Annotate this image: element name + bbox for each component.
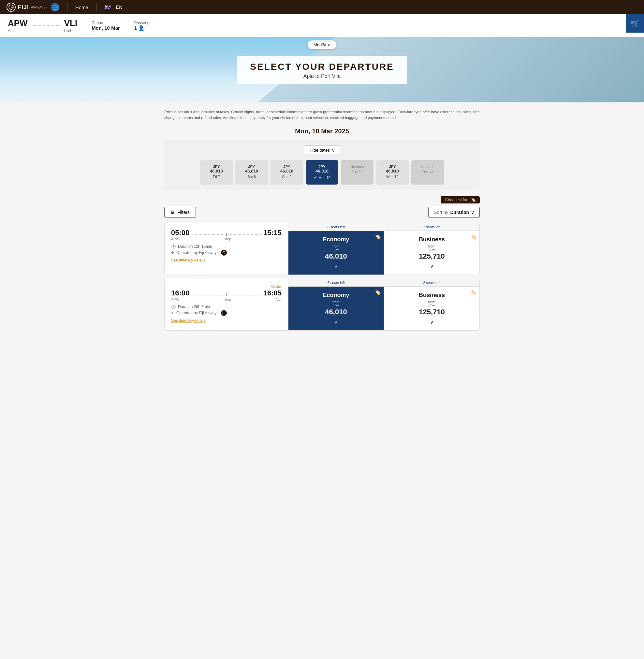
logo: FIJI AIRWAYS [6, 3, 46, 12]
flight-card-2: +1 day 16:00 1 16:05 APW stop VLI 🕐 Dura… [164, 279, 480, 331]
business-fare-option[interactable]: 🏷️ Business from JPY 125,710 ∨ [384, 287, 479, 330]
fare-options: 6 seats left 2 seats left 🏷️ Economy fro… [289, 279, 479, 330]
nav-divider [67, 3, 67, 11]
stop-line-right [228, 295, 260, 295]
flight-card-1: 05:00 1 15:15 APW stop VLI 🕐 Duration 12… [164, 223, 480, 275]
date-cells: JPY 46,010 Fri 7 JPY 46,010 Sat 8 JPY 46… [169, 160, 475, 184]
economy-fare-option[interactable]: 🏷️ Economy from JPY 46,010 ∨ [289, 287, 384, 330]
filter-icon: ⚙ [170, 210, 175, 215]
fare-options: 8 seats left 2 seats left 🏷️ Economy fro… [289, 223, 479, 274]
hide-dates-button[interactable]: Hide dates ∧ [304, 146, 340, 155]
depart-time: 05:00 [171, 228, 189, 237]
route-dots [33, 25, 59, 26]
operator-row: ✈ Operated by Fiji Airways [171, 310, 282, 316]
business-from-label: from [428, 244, 435, 248]
stop-line-left [192, 295, 224, 295]
operator-badge [221, 250, 227, 256]
economy-currency: JPY [333, 304, 339, 308]
sort-chevron-icon: ∨ [471, 210, 474, 215]
currency: JPY [308, 165, 336, 169]
date-cell-thu13[interactable]: No fares Thu 13 [411, 160, 444, 184]
currency: JPY [203, 165, 230, 169]
plane-icon: ✈ [171, 311, 175, 315]
date-label: ✔ Mon 10 [308, 175, 336, 180]
date-cell-tue11[interactable]: No fares Tue 11 [341, 160, 373, 184]
duration-text: Duration 26h 5min [178, 305, 210, 309]
person-icon: 👤 [138, 25, 144, 31]
stop-wrapper: 1 [192, 233, 260, 236]
see-details-link[interactable]: See itinerary details [171, 318, 205, 323]
date-cell-wed12[interactable]: JPY 46,010 Wed 12 [376, 160, 409, 184]
economy-tag-icon: 🏷️ [374, 289, 381, 295]
destination: VLI Port ... [64, 18, 77, 33]
amount: 46,010 [203, 169, 230, 174]
globe-icon[interactable] [51, 3, 59, 12]
sort-button[interactable]: Sort by Duration ∨ [428, 207, 480, 218]
depart-info: Depart Mon, 10 Mar [92, 21, 120, 31]
currency: JPY [273, 165, 300, 169]
seats-row: 6 seats left 2 seats left [289, 279, 479, 287]
stop-line-right [228, 235, 260, 235]
no-fares-text: No fares [344, 165, 371, 169]
duration-text: Duration 12h 15min [178, 244, 212, 249]
svg-point-5 [223, 251, 225, 254]
business-fare-option[interactable]: 🏷️ Business from JPY 125,710 ∨ [384, 231, 479, 274]
duration-row: 🕐 Duration 26h 5min [171, 305, 282, 309]
sort-value: Duration [450, 210, 469, 215]
business-from-label: from [428, 300, 435, 304]
origin-code: APW [8, 18, 28, 28]
economy-from-label: from [332, 300, 340, 304]
date-selector: Hide dates ∧ JPY 46,010 Fri 7 JPY 46,010… [164, 140, 480, 190]
operator-row: ✈ Operated by Fiji Airways [171, 250, 282, 256]
modify-button[interactable]: Modify ∨ [308, 40, 336, 49]
stop-label: stop [224, 237, 231, 241]
origin-name: Apia [8, 28, 28, 33]
flight-airports: APW stop VLI [171, 298, 282, 301]
language-selector[interactable]: EN [116, 4, 122, 10]
stop-count: 1 [224, 293, 229, 297]
business-chevron-icon: ∨ [430, 319, 434, 325]
filters-button[interactable]: ⚙ Filters [164, 207, 196, 218]
clock-icon: 🕐 [171, 305, 176, 309]
date-cell-mon10[interactable]: JPY 46,010 ✔ Mon 10 [306, 160, 338, 184]
no-fares-text: No fares [414, 165, 441, 169]
flight-route: APW Apia VLI Port ... Depart Mon, 10 Mar… [8, 18, 636, 33]
home-link[interactable]: Home [75, 4, 88, 10]
chevron-up-icon: ∧ [331, 148, 335, 153]
details-row[interactable]: See itinerary details [171, 317, 282, 323]
seats-row: 8 seats left 2 seats left [289, 223, 479, 231]
main-content: Price is per adult and inclusive of taxe… [159, 103, 485, 341]
business-seats: 2 seats left [384, 223, 480, 230]
date-label: Wed 12 [379, 175, 406, 179]
date-cell-sun9[interactable]: JPY 46,010 Sun 9 [271, 160, 303, 184]
logo-text: FIJI [18, 4, 29, 11]
cheapest-fare-badge: Cheapest fare 🏷️ [441, 196, 480, 203]
date-label: Thu 13 [414, 170, 441, 174]
amount: 46,010 [379, 169, 406, 174]
economy-seats: 8 seats left [289, 223, 384, 230]
economy-fare-option[interactable]: 🏷️ Economy from JPY 46,010 ∨ [289, 231, 384, 274]
business-class-label: Business [419, 236, 445, 243]
date-cell-sat8[interactable]: JPY 46,010 Sat 8 [235, 160, 268, 184]
plane-icon: ✈ [171, 250, 175, 255]
nav-divider2 [96, 3, 96, 11]
flight-airports: APW stop VLI [171, 237, 282, 241]
economy-chevron-icon: ∨ [334, 263, 338, 269]
economy-class-label: Economy [323, 292, 349, 299]
sort-by-label: Sort by [434, 210, 448, 215]
top-nav: FIJI AIRWAYS Home 🇬🇧 EN [0, 0, 644, 14]
fare-row: 🏷️ Economy from JPY 46,010 ∨ 🏷️ Business… [289, 231, 479, 274]
date-heading: Mon, 10 Mar 2025 [164, 128, 480, 135]
cart-button[interactable]: 🛒 [626, 14, 644, 32]
date-cell-fri7[interactable]: JPY 46,010 Fri 7 [200, 160, 233, 184]
economy-tag-icon: 🏷️ [374, 234, 381, 240]
passenger-count: 1 👤 [134, 25, 153, 31]
economy-amount: 46,010 [325, 308, 347, 316]
clock-icon: 🕐 [171, 244, 176, 249]
see-details-link[interactable]: See itinerary details [171, 258, 205, 263]
logo-sub: AIRWAYS [31, 5, 46, 9]
details-row[interactable]: See itinerary details [171, 257, 282, 263]
stop-count: 1 [224, 233, 229, 236]
flight-times: 16:00 1 16:05 [171, 289, 282, 298]
passenger-info: Passenger 1 👤 [134, 21, 153, 31]
